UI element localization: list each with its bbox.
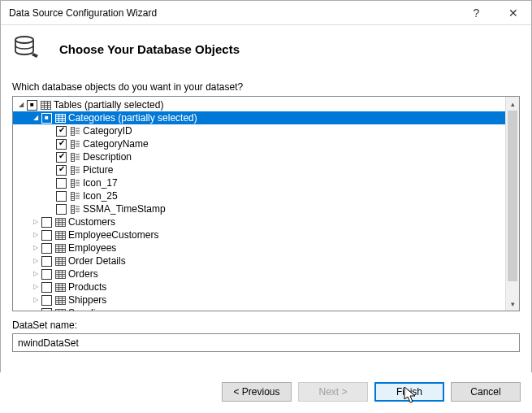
checkbox[interactable] bbox=[41, 295, 52, 306]
prompt-text: Which database objects do you want in yo… bbox=[12, 81, 520, 93]
tree-node[interactable]: Icon_25 bbox=[13, 189, 505, 202]
checkbox[interactable] bbox=[56, 204, 67, 215]
tree-node-label: Orders bbox=[68, 267, 98, 280]
table-icon bbox=[54, 269, 66, 280]
tree-node[interactable]: Products bbox=[13, 280, 505, 293]
tree-node[interactable]: Picture bbox=[13, 163, 505, 176]
table-icon bbox=[54, 217, 66, 228]
dataset-name-input[interactable] bbox=[12, 333, 520, 352]
scroll-up-button[interactable]: ▴ bbox=[506, 97, 519, 111]
close-button[interactable]: ✕ bbox=[495, 1, 531, 25]
column-icon bbox=[69, 165, 80, 176]
scrollbar[interactable]: ▴ ▾ bbox=[505, 97, 519, 311]
scroll-thumb[interactable] bbox=[508, 111, 517, 281]
tree-node[interactable]: Categories (partially selected) bbox=[13, 111, 505, 124]
tree-node-label: SSMA_TimeStamp bbox=[83, 202, 166, 215]
tree-node-label: Picture bbox=[83, 163, 113, 176]
tree-node-label: Description bbox=[83, 150, 132, 163]
checkbox[interactable] bbox=[41, 230, 52, 241]
tree-node[interactable]: Icon_17 bbox=[13, 176, 505, 189]
scroll-track[interactable] bbox=[506, 111, 519, 297]
svg-point-0 bbox=[15, 37, 33, 43]
tree-node[interactable]: CategoryID bbox=[13, 124, 505, 137]
expander-icon[interactable] bbox=[16, 98, 26, 111]
cancel-button[interactable]: Cancel bbox=[451, 382, 521, 402]
checkbox[interactable] bbox=[41, 308, 52, 311]
table-icon bbox=[54, 308, 66, 311]
tree-node[interactable]: Shippers bbox=[13, 293, 505, 306]
header-title: Choose Your Database Objects bbox=[59, 42, 240, 56]
scroll-down-button[interactable]: ▾ bbox=[506, 297, 519, 311]
checkbox[interactable] bbox=[41, 269, 52, 280]
tree-node-label: Suppliers bbox=[68, 306, 109, 311]
svg-rect-104 bbox=[55, 309, 65, 311]
column-icon bbox=[69, 191, 80, 202]
checkbox[interactable] bbox=[56, 152, 67, 163]
checkbox[interactable] bbox=[41, 113, 52, 124]
tree-node[interactable]: CategoryName bbox=[13, 137, 505, 150]
expander-icon[interactable] bbox=[31, 293, 41, 306]
column-icon bbox=[69, 178, 80, 189]
expander-icon[interactable] bbox=[31, 267, 41, 280]
checkbox[interactable] bbox=[41, 217, 52, 228]
tree-node[interactable]: Description bbox=[13, 150, 505, 163]
checkbox[interactable] bbox=[56, 191, 67, 202]
table-icon bbox=[54, 230, 66, 241]
table-icon bbox=[54, 243, 66, 254]
table-icon bbox=[54, 282, 66, 293]
table-icon bbox=[54, 256, 66, 267]
object-tree[interactable]: Tables (partially selected)Categories (p… bbox=[12, 96, 520, 311]
tree-node[interactable]: Order Details bbox=[13, 254, 505, 267]
expander-icon[interactable] bbox=[31, 254, 41, 267]
tree-node-label: Employees bbox=[68, 241, 116, 254]
column-icon bbox=[69, 204, 80, 215]
tree-node[interactable]: Suppliers bbox=[13, 306, 505, 311]
wizard-header: Choose Your Database Objects bbox=[1, 25, 531, 76]
titlebar: Data Source Configuration Wizard ? ✕ bbox=[1, 1, 531, 25]
tree-node-label: Tables (partially selected) bbox=[54, 98, 163, 111]
column-icon bbox=[69, 139, 80, 150]
tree-node-label: Products bbox=[68, 280, 106, 293]
column-icon bbox=[69, 152, 80, 163]
finish-button[interactable]: Finish bbox=[374, 382, 444, 402]
expander-icon[interactable] bbox=[31, 280, 41, 293]
checkbox[interactable] bbox=[56, 139, 67, 150]
tree-node[interactable]: Employees bbox=[13, 241, 505, 254]
tree-node-label: CategoryID bbox=[83, 124, 132, 137]
expander-icon[interactable] bbox=[31, 241, 41, 254]
tree-node[interactable]: Tables (partially selected) bbox=[13, 98, 505, 111]
tree-node-label: CategoryName bbox=[83, 137, 149, 150]
expander-icon[interactable] bbox=[31, 306, 41, 311]
column-icon bbox=[69, 126, 80, 137]
tree-node-label: Order Details bbox=[68, 254, 126, 267]
footer: < Previous Next > Finish Cancel bbox=[0, 372, 532, 413]
tree-node-label: Shippers bbox=[68, 293, 106, 306]
tree-node[interactable]: Orders bbox=[13, 267, 505, 280]
window-title: Data Source Configuration Wizard bbox=[9, 7, 458, 19]
checkbox[interactable] bbox=[41, 243, 52, 254]
database-icon bbox=[14, 35, 40, 63]
expander-icon[interactable] bbox=[31, 111, 41, 124]
expander-icon[interactable] bbox=[31, 228, 41, 241]
tree-node-label: Customers bbox=[68, 215, 115, 228]
tree-node[interactable]: Customers bbox=[13, 215, 505, 228]
checkbox[interactable] bbox=[41, 282, 52, 293]
tree-node[interactable]: EmployeeCustomers bbox=[13, 228, 505, 241]
next-button: Next > bbox=[298, 382, 368, 402]
table-icon bbox=[54, 113, 66, 124]
help-button[interactable]: ? bbox=[458, 1, 495, 25]
tree-node-label: Categories (partially selected) bbox=[68, 111, 197, 124]
checkbox[interactable] bbox=[56, 126, 67, 137]
checkbox[interactable] bbox=[41, 256, 52, 267]
checkbox[interactable] bbox=[27, 100, 37, 111]
previous-button[interactable]: < Previous bbox=[222, 382, 292, 402]
expander-icon[interactable] bbox=[31, 215, 41, 228]
table-icon bbox=[40, 100, 51, 111]
checkbox[interactable] bbox=[56, 165, 67, 176]
tree-node-label: Icon_17 bbox=[83, 176, 118, 189]
tree-node-label: Icon_25 bbox=[83, 189, 118, 202]
checkbox[interactable] bbox=[56, 178, 67, 189]
tree-node[interactable]: SSMA_TimeStamp bbox=[13, 202, 505, 215]
table-icon bbox=[54, 295, 66, 306]
dataset-name-label: DataSet name: bbox=[12, 320, 520, 331]
